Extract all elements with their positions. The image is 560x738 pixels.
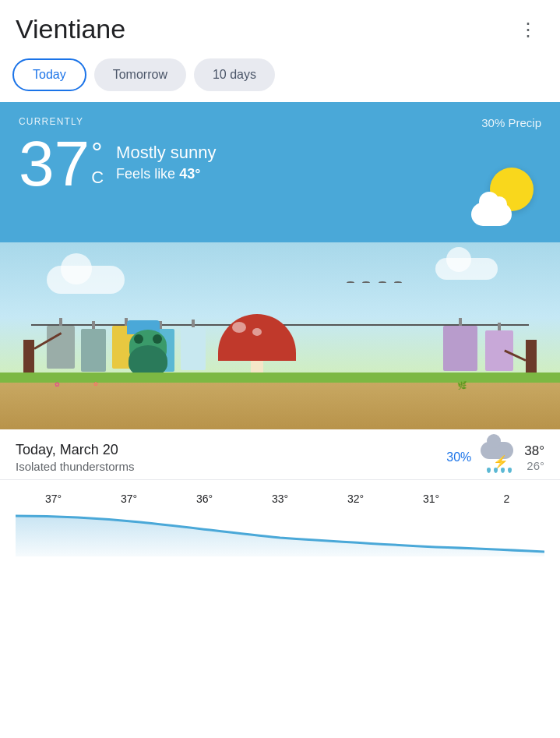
mushroom-cap	[218, 314, 296, 361]
sky-cloud-right	[435, 258, 498, 280]
today-panel: Today, March 20 Isolated thunderstorms 3…	[0, 429, 560, 480]
ground	[0, 383, 560, 429]
weather-description: Mostly sunny Feels like 43°	[116, 132, 216, 182]
more-menu-icon[interactable]: ⋮	[512, 16, 544, 44]
temp-degree: °	[91, 139, 104, 168]
feels-like: Feels like 43°	[116, 166, 216, 182]
tab-today[interactable]: Today	[12, 58, 86, 91]
today-right: 30% ⚡ 38° 26°	[446, 442, 544, 473]
weather-condition: Mostly sunny	[116, 143, 216, 163]
today-temp-low: 26°	[527, 459, 544, 472]
today-precip-pct: 30%	[446, 450, 471, 464]
today-temp-high: 38°	[524, 443, 544, 459]
sky-cloud-left	[47, 266, 125, 294]
temperature-chart: 37° 37° 36° 33° 32° 31° 2	[0, 480, 560, 563]
sun-cloud-icon	[471, 168, 534, 226]
today-date: Today, March 20	[16, 442, 135, 458]
tab-tomorrow[interactable]: Tomorrow	[94, 58, 186, 91]
ground-details: ✿ ✿ 🌿	[0, 381, 560, 386]
chart-label-3: 36°	[167, 493, 242, 505]
hanging-clothes-right	[443, 326, 513, 374]
today-temp-range: 38° 26°	[524, 443, 544, 472]
frog-body	[129, 345, 167, 376]
today-description: Isolated thunderstorms	[16, 460, 135, 473]
weather-icon	[471, 168, 541, 230]
drop-2	[494, 468, 498, 473]
tabs-bar: Today Tomorrow 10 days	[0, 52, 560, 102]
cloth-5	[181, 327, 206, 370]
temp-unit-label: C	[91, 168, 104, 188]
drop-1	[487, 468, 491, 473]
tab-10days[interactable]: 10 days	[194, 58, 275, 91]
frog-eye-right	[153, 334, 162, 344]
city-title: Vientiane	[16, 14, 125, 44]
chart-area	[16, 510, 544, 556]
temperature-value: 37	[19, 132, 90, 196]
drop-3	[501, 468, 505, 473]
cloud-small	[471, 203, 512, 226]
drop-4	[508, 468, 512, 473]
current-weather-panel: CURRENTLY 30% Precip 37 ° C Mostly sunny…	[0, 102, 560, 242]
frog-eye-left	[134, 334, 143, 344]
today-row: Today, March 20 Isolated thunderstorms 3…	[16, 442, 544, 473]
temp-row: 37 ° C Mostly sunny Feels like 43°	[19, 132, 541, 196]
weather-animation-scene: ✿ ✿ 🌿	[0, 242, 560, 429]
header: Vientiane ⋮	[0, 0, 560, 52]
chart-label-6: 31°	[393, 493, 469, 505]
chart-label-5: 32°	[318, 493, 393, 505]
storm-icon: ⚡	[481, 442, 515, 473]
cloth-2	[81, 329, 106, 372]
chart-label-7: 2	[469, 493, 544, 505]
chart-label-4: 33°	[242, 493, 318, 505]
chart-labels: 37° 37° 36° 33° 32° 31° 2	[16, 493, 544, 505]
today-info: Today, March 20 Isolated thunderstorms	[16, 442, 135, 473]
chart-svg	[16, 510, 544, 556]
chart-fill	[16, 516, 544, 556]
rain-drops	[487, 468, 512, 473]
currently-label: CURRENTLY	[19, 116, 541, 127]
cloth-purple-1	[443, 326, 477, 371]
precip-label: 30% Precip	[481, 116, 541, 129]
birds	[344, 274, 404, 288]
chart-label-1: 37°	[16, 493, 91, 505]
chart-label-2: 37°	[91, 493, 167, 505]
